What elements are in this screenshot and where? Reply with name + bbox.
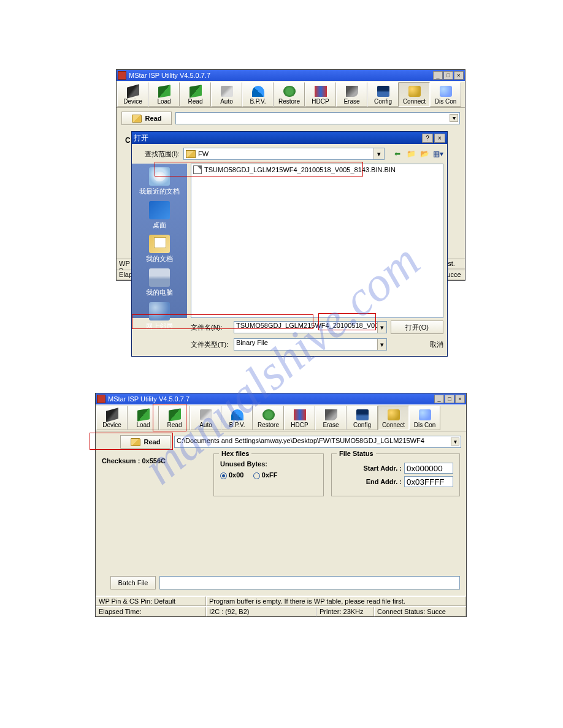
toolbar-device[interactable]: Device — [117, 82, 148, 107]
bpv-icon — [231, 409, 243, 420]
window-title: MStar ISP Utility V4.5.0.7.7 — [129, 72, 433, 79]
cancel-button[interactable]: 取消 — [430, 340, 443, 349]
toolbar-restore[interactable]: Restore — [253, 406, 284, 430]
app-icon — [97, 395, 105, 403]
maximize-button[interactable]: □ — [445, 395, 454, 403]
toolbar-label: Auto — [220, 98, 233, 105]
toolbar-device[interactable]: Device — [96, 406, 128, 430]
toolbar-label: Read — [188, 98, 203, 105]
minimize-button[interactable]: _ — [434, 395, 444, 403]
auto-icon — [221, 86, 233, 97]
window-upper: MStar ISP Utility V4.5.0.7.7 _ □ × Devic… — [116, 69, 465, 281]
toolbar-label: Device — [102, 422, 121, 428]
toolbar-bpv[interactable]: B.P.V. — [242, 82, 274, 107]
toolbar-discon[interactable]: Dis Con — [430, 82, 461, 107]
titlebar-upper: MStar ISP Utility V4.5.0.7.7 _ □ × — [117, 70, 465, 81]
radio-0x00[interactable]: 0x00 — [220, 471, 243, 479]
erase-icon — [346, 86, 358, 97]
hex-files-group: Hex files Unused Bytes: 0x00 0xFF — [213, 453, 324, 496]
place-recent[interactable]: 我最近的文档 — [135, 167, 184, 196]
window-lower: MStar ISP Utility V4.5.0.7.7 _ □ × Devic… — [95, 393, 467, 617]
newfolder-icon[interactable]: 📂 — [419, 148, 430, 159]
toolbar-hdcp[interactable]: HDCP — [305, 82, 336, 107]
toolbar-bpv[interactable]: B.P.V. — [221, 406, 253, 430]
toolbar-auto[interactable]: Auto — [190, 406, 221, 430]
status-i2c: I2C : (92, B2) — [206, 607, 316, 616]
toolbar-connect[interactable]: Connect — [378, 406, 409, 430]
toolbar-connect[interactable]: Connect — [399, 82, 430, 107]
place-mypc[interactable]: 我的电脑 — [135, 268, 184, 297]
toolbar-auto[interactable]: Auto — [211, 82, 242, 107]
end-addr-label: End Addr. : — [366, 478, 402, 485]
toolbar-erase[interactable]: Erase — [336, 82, 367, 107]
toolbar-label: Auto — [199, 422, 212, 428]
filename-combobox[interactable]: TSUMO58GDJ_LGLM215WF4_20100518_V005_81 — [234, 321, 387, 333]
up-icon[interactable]: 📁 — [405, 148, 416, 159]
auto-icon — [200, 409, 212, 420]
filename-label: 文件名(N): — [191, 323, 230, 332]
minimize-button[interactable]: _ — [433, 71, 443, 80]
plug2-icon — [419, 409, 431, 420]
batch-file-button[interactable]: Batch File — [110, 576, 156, 590]
place-desktop[interactable]: 桌面 — [135, 201, 184, 230]
toolbar-label: Restore — [278, 98, 300, 105]
toolbar-label: Dis Con — [435, 98, 457, 105]
toolbar-label: Load — [136, 422, 150, 428]
path-combobox[interactable]: C:\Documents and Settings\amway.ye\Deskt… — [174, 436, 461, 448]
toolbar-read[interactable]: Read — [159, 406, 190, 430]
toolbar-load[interactable]: Load — [148, 82, 180, 107]
lookin-combobox[interactable]: FW — [183, 148, 385, 160]
toolbar-load[interactable]: Load — [128, 406, 159, 430]
toolbar-label: Config — [374, 98, 392, 105]
toolbar-label: Dis Con — [414, 422, 436, 428]
file-status-title: File Status — [337, 450, 376, 457]
toolbar-config[interactable]: Config — [347, 406, 378, 430]
filetype-label: 文件类型(T): — [191, 340, 230, 349]
toolbar-label: Connect — [403, 98, 426, 105]
plug-icon — [388, 409, 400, 420]
dialog-help-button[interactable]: ? — [422, 134, 433, 143]
dialog-close-button[interactable]: × — [434, 134, 445, 143]
place-mydocs[interactable]: 我的文档 — [135, 235, 184, 264]
batch-file-path[interactable] — [159, 576, 460, 590]
start-addr-field[interactable] — [404, 463, 453, 474]
toolbar-erase[interactable]: Erase — [315, 406, 347, 430]
status-connect: Connect Status: Succe — [374, 607, 466, 616]
app-icon — [118, 71, 126, 80]
open-button[interactable]: 打开(O) — [391, 320, 443, 334]
filetype-combobox[interactable]: Binary File — [234, 338, 387, 351]
back-icon[interactable]: ⬅ — [392, 148, 403, 159]
dialog-title: 打开 — [134, 133, 421, 143]
close-button[interactable]: × — [454, 71, 464, 80]
path-combobox[interactable] — [175, 112, 460, 124]
hex-files-title: Hex files — [219, 450, 251, 457]
toolbar-discon[interactable]: Dis Con — [409, 406, 440, 430]
maximize-button[interactable]: □ — [443, 71, 453, 80]
toolbar-label: HDCP — [291, 422, 308, 428]
radio-0xff[interactable]: 0xFF — [253, 471, 278, 479]
toolbar-read[interactable]: Read — [180, 82, 211, 107]
book-icon — [169, 408, 181, 422]
toolbar-config[interactable]: Config — [367, 82, 399, 107]
toolbar-label: Restore — [258, 422, 279, 428]
erase-icon — [325, 409, 337, 420]
toolbar-restore[interactable]: Restore — [274, 82, 305, 107]
mydocs-icon — [149, 235, 170, 253]
close-button[interactable]: × — [455, 395, 465, 403]
toolbar-label: Erase — [343, 98, 359, 105]
file-item[interactable]: TSUMO58GDJ_LGLM215WF4_20100518_V005_8143… — [191, 164, 443, 175]
chip-icon — [106, 408, 118, 422]
toolbar-label: B.P.V. — [250, 98, 266, 105]
views-icon[interactable]: ▦▾ — [432, 148, 443, 159]
checksum-label: Checksum : 0x556C — [102, 457, 166, 464]
read-button[interactable]: Read — [121, 112, 172, 125]
open-file-dialog: 打开 ? × 查找范围(I): FW ⬅ 📁 📂 ▦▾ 我最近的文档 桌面 我的… — [131, 131, 448, 357]
toolbar-hdcp[interactable]: HDCP — [284, 406, 315, 430]
file-list[interactable]: TSUMO58GDJ_LGLM215WF4_20100518_V005_8143… — [191, 164, 443, 318]
book-icon — [137, 408, 150, 422]
read-button[interactable]: Read — [120, 435, 170, 449]
status-printer: Printer: 23KHz — [316, 607, 374, 616]
end-addr-field[interactable] — [404, 476, 453, 487]
status-bar-row1: WP Pin & CS Pin: Default Program buffer … — [96, 596, 466, 606]
file-name: TSUMO58GDJ_LGLM215WF4_20100518_V005_8143… — [204, 166, 396, 173]
